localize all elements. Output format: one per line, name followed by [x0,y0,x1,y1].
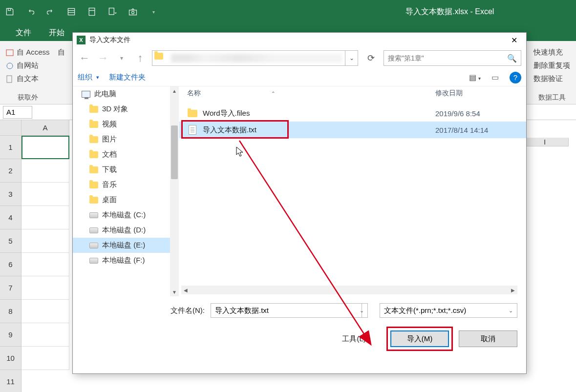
tree-scrollbar[interactable]: ▲ ▼ [170,86,179,296]
list-hscrollbar[interactable]: ◀ ▶ [181,286,517,294]
tree-item-本地磁盘 (C:)[interactable]: 本地磁盘 (C:) [73,207,179,223]
tree-item-桌面[interactable]: 桌面 [73,192,179,207]
cell-A7[interactable] [21,276,69,300]
cancel-button[interactable]: 取消 [459,330,517,347]
form-icon[interactable] [65,6,77,18]
hscroll-right-icon[interactable]: ▶ [509,286,517,294]
forward-arrow-icon[interactable]: → [96,51,110,65]
qat-dropdown-icon[interactable]: ▾ [148,6,159,18]
folder-icon [89,150,98,159]
cell-A5[interactable] [21,229,69,253]
folder-icon [89,165,98,174]
folder-icon [89,196,98,205]
search-input[interactable] [388,54,507,62]
calc-icon[interactable] [86,6,98,18]
dialog-body: 此电脑3D 对象视频图片文档下载音乐桌面本地磁盘 (C:)本地磁盘 (D:)本地… [73,86,526,296]
flash-fill-button[interactable]: 快速填充 [533,46,570,59]
cell-A3[interactable] [21,183,69,206]
save-icon[interactable] [4,6,16,18]
filename-dropdown-icon[interactable]: ⌄ [356,303,368,318]
calc-dd-icon[interactable] [107,6,118,18]
row-header-2[interactable]: 2 [0,159,21,183]
dialog-titlebar[interactable]: X 导入文本文件 ✕ [73,33,526,47]
from-access-button[interactable]: 自 Access [6,46,50,59]
quick-access-toolbar: ▾ [4,6,159,18]
cell-A6[interactable] [21,253,69,276]
scroll-up-icon[interactable]: ▲ [170,86,179,95]
undo-icon[interactable] [24,6,36,18]
row-header-5[interactable]: 5 [0,229,21,253]
new-folder-button[interactable]: 新建文件夹 [109,73,146,82]
row-header-7[interactable]: 7 [0,276,21,300]
data-validation-button[interactable]: 数据验证 [533,72,570,85]
file-name: 导入文本数据.txt [203,125,435,135]
tree-item-本地磁盘 (E:)[interactable]: 本地磁盘 (E:) [73,238,179,253]
tree-item-文档[interactable]: 文档 [73,147,179,162]
tree-item-音乐[interactable]: 音乐 [73,177,179,192]
view-options-icon[interactable]: ▤ ▾ [469,73,481,82]
from-text-button[interactable]: 自文本 [6,72,50,85]
col-header-I-wrap: I [521,138,569,146]
col-header-I[interactable]: I [521,138,569,146]
from-other-button[interactable]: 自 [58,46,65,59]
back-arrow-icon[interactable]: ← [78,51,91,65]
redo-icon[interactable] [45,6,57,18]
tree-item-图片[interactable]: 图片 [73,132,179,147]
filename-row: 文件名(N): ⌄ 文本文件(*.prn;*.txt;*.csv) ⌄ [82,303,517,318]
file-row[interactable]: Word导入.files2019/9/6 8:54 [179,105,526,122]
preview-pane-icon[interactable]: ▭ [491,73,499,82]
tab-file[interactable]: 文件 [7,25,40,41]
path-dropdown-icon[interactable]: ⌄ [345,51,358,65]
row-header-4[interactable]: 4 [0,206,21,229]
row-header-10[interactable]: 10 [0,347,21,370]
tree-item-下载[interactable]: 下载 [73,162,179,177]
row-header-11[interactable]: 11 [0,370,21,392]
recent-dropdown-icon[interactable]: ▾ [115,51,128,65]
cell-A9[interactable] [21,323,69,347]
tools-button[interactable]: 工具(L) ▾ [342,334,371,344]
refresh-icon[interactable]: ⟳ [363,50,379,66]
tree-item-label: 本地磁盘 (C:) [102,210,146,220]
list-header-date[interactable]: 修改日期 [435,89,518,98]
from-web-button[interactable]: 自网站 [6,59,50,72]
organize-button[interactable]: 组织▾ [78,73,99,82]
import-button[interactable]: 导入(M) [390,330,449,347]
path-box[interactable]: ⌄ [152,50,358,66]
hscroll-left-icon[interactable]: ◀ [181,286,190,294]
camera-icon[interactable] [127,6,139,18]
file-date: 2019/9/6 8:54 [435,109,518,118]
file-row[interactable]: 导入文本数据.txt2017/8/14 14:14 [179,122,526,138]
row-header-6[interactable]: 6 [0,253,21,276]
help-icon[interactable]: ? [510,72,521,83]
ribbon-group-getdata-label: 获取外 [6,93,50,102]
up-arrow-icon[interactable]: ↑ [133,51,147,65]
search-box[interactable]: 🔍 [384,50,521,66]
cell-A10[interactable] [21,347,69,370]
search-icon[interactable]: 🔍 [507,54,517,63]
list-header-name[interactable]: 名称 ⌃ [187,89,435,98]
cell-A8[interactable] [21,300,69,323]
select-all-corner[interactable] [0,120,21,136]
tree-item-3D 对象[interactable]: 3D 对象 [73,102,179,117]
name-box[interactable] [3,106,32,119]
tree-item-本地磁盘 (D:)[interactable]: 本地磁盘 (D:) [73,223,179,238]
tree-item-此电脑[interactable]: 此电脑 [73,86,179,102]
tree-item-视频[interactable]: 视频 [73,117,179,132]
tab-home[interactable]: 开始 [40,25,73,41]
filename-input[interactable] [211,303,362,318]
tree-item-label: 此电脑 [94,89,116,99]
col-header-A[interactable]: A [21,120,69,136]
filetype-select[interactable]: 文本文件(*.prn;*.txt;*.csv) ⌄ [380,303,517,318]
scroll-thumb[interactable] [171,125,178,179]
row-header-9[interactable]: 9 [0,323,21,347]
row-header-3[interactable]: 3 [0,183,21,206]
cell-A2[interactable] [21,159,69,183]
row-header-1[interactable]: 1 [0,136,21,159]
cell-A4[interactable] [21,206,69,229]
tree-item-本地磁盘 (F:)[interactable]: 本地磁盘 (F:) [73,253,179,268]
scroll-down-icon[interactable]: ▼ [170,288,179,296]
remove-dup-button[interactable]: 删除重复项 [533,59,570,72]
cell-A1[interactable] [21,136,69,159]
row-header-8[interactable]: 8 [0,300,21,323]
close-button[interactable]: ✕ [506,33,522,47]
